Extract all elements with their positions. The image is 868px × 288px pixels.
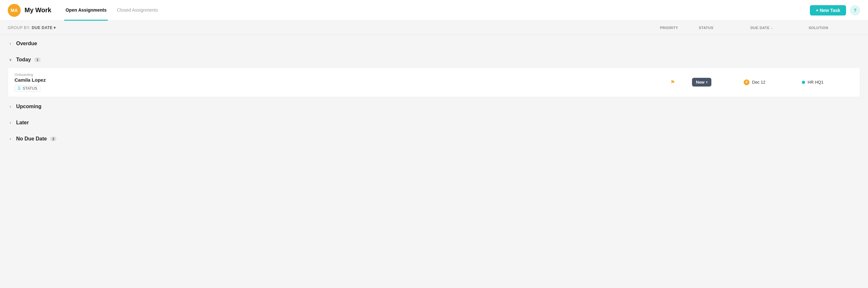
section-upcoming: › Upcoming [0,98,868,114]
assignment-name[interactable]: Camila Lopez [14,77,653,83]
duedate-value: 0 Dec 12 [744,79,802,85]
assignment-card: Onboarding Camila Lopez ☰ STATUS ⚑ [8,67,860,97]
section-overdue-title: Overdue [16,41,37,46]
col-header-duedate: DUE DATE ↓ [750,26,809,30]
priority-value: ⚑ [653,79,692,85]
dropdown-arrow-icon: ▾ [706,81,708,84]
col-header-solution: SOLUTION [809,26,860,30]
group-by-value[interactable]: DUE DATE ▾ [32,26,56,30]
section-overdue: › Overdue [0,35,868,51]
section-no-due-date-header[interactable]: › No Due Date 2 [8,130,860,146]
status-value: New ▾ [692,78,744,87]
tabs-nav: Open Assignments Closed Assignments [64,0,167,20]
section-later: › Later [0,114,868,130]
tab-open-assignments[interactable]: Open Assignments [64,0,108,21]
section-today: ∨ Today 1 Onboarding Camila Lopez ☰ STAT… [0,51,868,97]
assignment-meta: ☰ STATUS [14,85,653,92]
col-header-priority: PRIORITY [660,26,699,30]
avatar: MA [8,4,21,17]
section-later-header[interactable]: › Later [8,114,860,130]
sort-icon: ↓ [771,26,773,30]
chevron-right-icon: › [8,136,13,141]
status-dropdown-button[interactable]: New ▾ [692,78,711,87]
section-upcoming-header[interactable]: › Upcoming [8,98,860,114]
app-title: My Work [25,6,51,14]
header: MA My Work Open Assignments Closed Assig… [0,0,868,21]
solution-value: HR HQ1 [802,80,854,85]
toolbar: GROUP BY: DUE DATE ▾ PRIORITY STATUS DUE… [0,21,868,35]
section-no-due-date: › No Due Date 2 [0,130,868,146]
chevron-right-icon: › [8,121,13,125]
section-upcoming-title: Upcoming [16,104,41,109]
solution-text: HR HQ1 [808,80,824,85]
status-tag[interactable]: ☰ STATUS [14,85,40,92]
column-headers: PRIORITY STATUS DUE DATE ↓ SOLUTION [660,26,860,30]
chevron-down-icon: ∨ [8,58,13,62]
list-icon: ☰ [18,86,21,91]
header-actions: + New Task ? [810,5,860,15]
section-today-header[interactable]: ∨ Today 1 [8,51,860,67]
section-overdue-header[interactable]: › Overdue [8,35,860,51]
main-content: › Overdue ∨ Today 1 Onboarding Camila Lo… [0,35,868,146]
section-no-due-date-badge: 2 [50,136,57,141]
due-date-text: Dec 12 [752,80,765,85]
chevron-right-icon: › [8,41,13,46]
section-today-badge: 1 [34,58,41,62]
section-later-title: Later [16,120,29,126]
tab-closed-assignments[interactable]: Closed Assignments [116,0,159,21]
section-today-title: Today [16,57,31,63]
chevron-right-icon: › [8,104,13,109]
status-tag-label: STATUS [23,86,37,91]
assignment-row: Onboarding Camila Lopez ☰ STATUS ⚑ [8,67,860,97]
new-task-button[interactable]: + New Task [810,5,846,15]
solution-dot-icon [802,81,805,84]
col-header-status: STATUS [699,26,750,30]
group-by-control[interactable]: GROUP BY: DUE DATE ▾ [8,26,56,30]
assignment-columns: ⚑ New ▾ 0 Dec 12 HR HQ1 [653,78,854,87]
help-button[interactable]: ? [850,5,860,15]
section-no-due-date-title: No Due Date [16,136,47,142]
assignment-category: Onboarding [14,73,653,76]
flag-icon: ⚑ [671,79,675,85]
assignment-info: Onboarding Camila Lopez ☰ STATUS [14,73,653,92]
chevron-down-icon: ▾ [54,26,56,30]
group-by-label: GROUP BY: [8,26,30,30]
status-dropdown-label: New [696,80,705,85]
due-indicator: 0 [744,79,749,85]
